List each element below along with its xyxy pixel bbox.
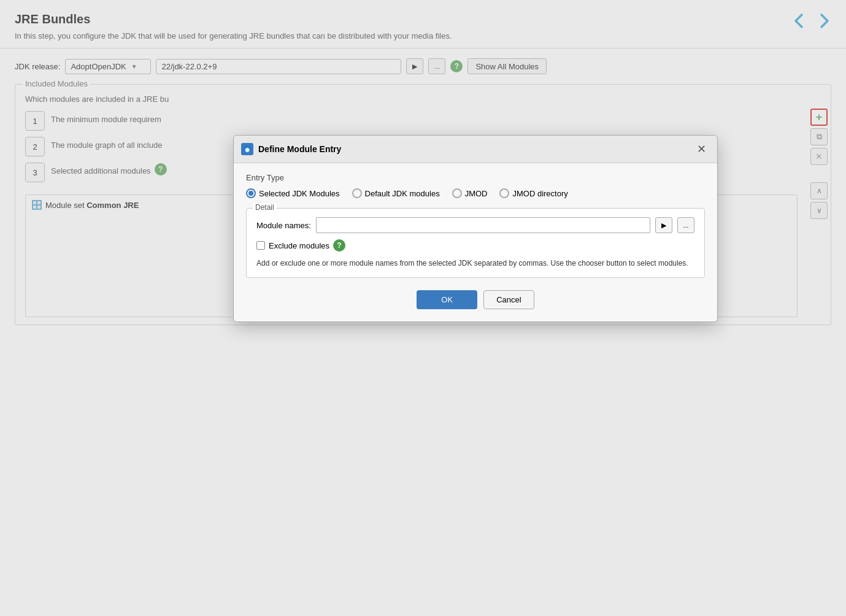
- radio-label-default-jdk: Default JDK modules: [365, 189, 440, 198]
- detail-section-title: Detail: [253, 203, 277, 212]
- dialog-title-row: ◉ Define Module Entry: [241, 143, 341, 155]
- detail-section: Detail Module names: ▶ ... Exclude modul…: [246, 208, 705, 278]
- exclude-modules-row: Exclude modules ?: [256, 239, 694, 252]
- define-module-dialog: ◉ Define Module Entry ✕ Entry Type Selec…: [233, 135, 718, 322]
- radio-circle-selected-jdk: [246, 188, 256, 198]
- radio-jmod-dir[interactable]: JMOD directory: [499, 188, 567, 198]
- dialog-close-button[interactable]: ✕: [694, 142, 709, 156]
- radio-label-selected-jdk: Selected JDK Modules: [259, 189, 340, 198]
- radio-label-jmod-dir: JMOD directory: [512, 189, 567, 198]
- module-play-icon: ▶: [661, 221, 666, 229]
- info-text: Add or exclude one or more module names …: [256, 258, 694, 269]
- module-names-play-button[interactable]: ▶: [655, 217, 672, 233]
- ok-button[interactable]: OK: [417, 290, 477, 309]
- main-container: JRE Bundles In this step, you configure …: [0, 0, 846, 616]
- radio-group: Selected JDK Modules Default JDK modules…: [246, 188, 705, 198]
- exclude-modules-checkbox[interactable]: [256, 241, 265, 250]
- radio-circle-jmod: [452, 188, 462, 198]
- module-names-input[interactable]: [316, 217, 650, 233]
- radio-circle-jmod-dir: [499, 188, 509, 198]
- dialog-header: ◉ Define Module Entry ✕: [234, 136, 717, 163]
- dialog-footer: OK Cancel: [246, 290, 705, 309]
- dialog-title: Define Module Entry: [258, 144, 341, 154]
- radio-default-jdk[interactable]: Default JDK modules: [352, 188, 440, 198]
- module-ellipsis-icon: ...: [683, 221, 688, 229]
- module-names-label: Module names:: [256, 221, 311, 230]
- module-names-row: Module names: ▶ ...: [256, 217, 694, 233]
- radio-selected-jdk[interactable]: Selected JDK Modules: [246, 188, 340, 198]
- exclude-help-icon[interactable]: ?: [333, 239, 345, 252]
- cancel-button[interactable]: Cancel: [483, 290, 534, 309]
- radio-label-jmod: JMOD: [465, 189, 488, 198]
- radio-dot-selected-jdk: [248, 191, 253, 196]
- exclude-modules-label: Exclude modules: [269, 241, 329, 250]
- dialog-body: Entry Type Selected JDK Modules Default …: [234, 163, 717, 321]
- module-names-ellipsis-button[interactable]: ...: [677, 217, 694, 233]
- radio-circle-default-jdk: [352, 188, 362, 198]
- radio-jmod[interactable]: JMOD: [452, 188, 488, 198]
- entry-type-label: Entry Type: [246, 173, 705, 182]
- dialog-icon: ◉: [241, 143, 253, 155]
- svg-text:◉: ◉: [245, 147, 250, 153]
